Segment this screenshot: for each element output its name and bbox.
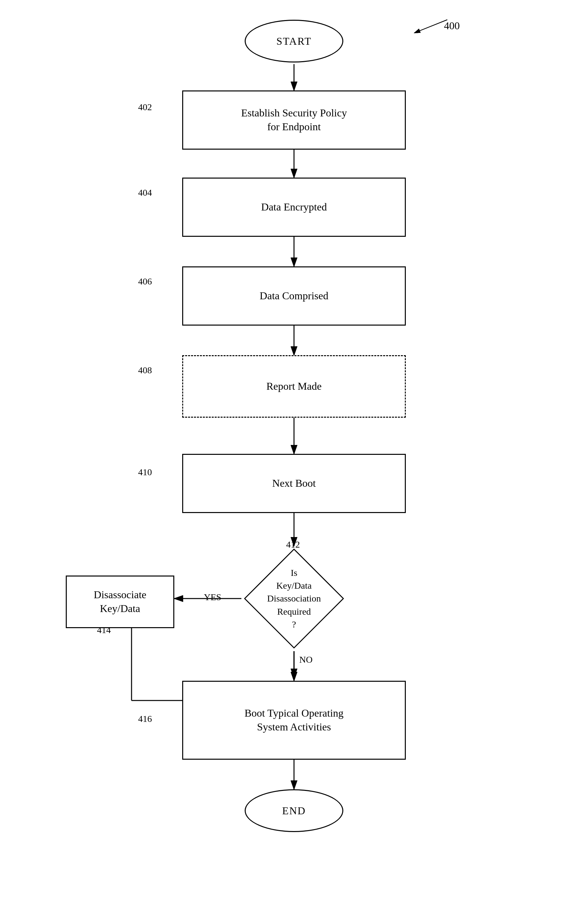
no-label: NO (299, 654, 312, 665)
end-oval: END (245, 789, 343, 832)
ref-arrow-400 (395, 13, 460, 39)
ref-402: 402 (138, 102, 152, 113)
step-404: Data Encrypted (182, 178, 406, 237)
step-414: DisassociateKey/Data (66, 576, 174, 628)
ref-410: 410 (138, 467, 152, 478)
diagram-container: 400 START 402 Establish Security Policyf… (0, 0, 588, 909)
step-402: Establish Security Policyfor Endpoint (182, 90, 406, 150)
step-412: IsKey/DataDisassociationRequired? (241, 546, 347, 651)
start-oval: START (245, 20, 343, 63)
yes-label: YES (204, 592, 221, 602)
ref-408: 408 (138, 365, 152, 376)
step-416: Boot Typical OperatingSystem Activities (182, 681, 406, 760)
step-410: Next Boot (182, 454, 406, 513)
svg-line-15 (414, 20, 447, 33)
step-406: Data Comprised (182, 266, 406, 326)
ref-406: 406 (138, 276, 152, 287)
ref-416: 416 (138, 714, 152, 724)
ref-404: 404 (138, 187, 152, 198)
step-408: Report Made (182, 355, 406, 418)
